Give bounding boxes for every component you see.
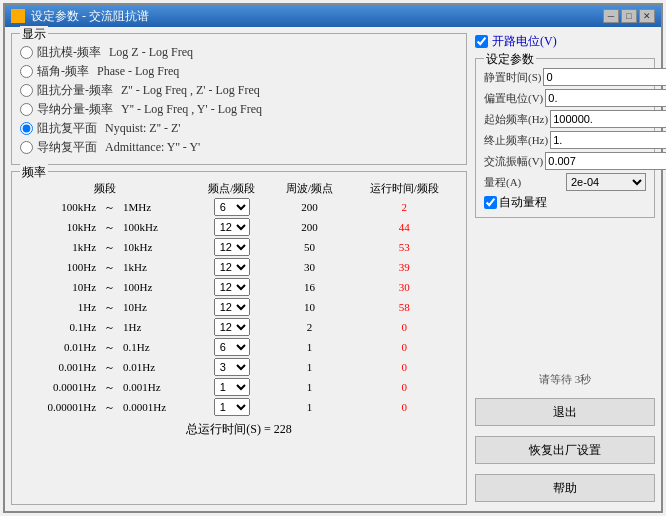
param-input-3[interactable] — [550, 110, 666, 128]
freq-pts-select-1[interactable]: 1234567891012 — [214, 198, 250, 216]
radio-desc-opt2: Phase - Log Freq — [97, 64, 179, 79]
col-pts: 频点/频段 — [193, 180, 271, 197]
exit-button[interactable]: 退出 — [475, 398, 655, 426]
param-row-1: 静置时间(S) — [484, 68, 646, 86]
open-circuit-row: 开路电位(V) — [475, 33, 655, 50]
right-panel: 开路电位(V) 设定参数 静置时间(S)偏置电位(V)起始频率(Hz)终止频率(… — [475, 33, 655, 505]
freq-from-1: 100kHz — [18, 197, 98, 217]
radio-label-opt1: 阻抗模-频率 — [37, 44, 101, 61]
freq-tilde-8: ～ — [98, 337, 121, 357]
freq-tbody: 100kHz～1MHz1234567891012200210kHz～100kHz… — [18, 197, 460, 417]
radio-desc-opt3: Z'' - Log Freq , Z' - Log Freq — [121, 83, 260, 98]
open-circuit-checkbox[interactable] — [475, 35, 488, 48]
freq-runtime-2: 44 — [349, 217, 460, 237]
param-label-5: 交流振幅(V) — [484, 154, 543, 169]
freq-row-10: 0.0001Hz～0.001Hz123456789101210 — [18, 377, 460, 397]
col-freq-range: 频段 — [18, 180, 193, 197]
titlebar-controls: ─ □ ✕ — [603, 9, 655, 23]
freq-pts-select-8[interactable]: 1234567891012 — [214, 338, 250, 356]
freq-row-2: 10kHz～100kHz123456789101220044 — [18, 217, 460, 237]
freq-pts-cell-5: 1234567891012 — [193, 277, 271, 297]
param-input-4[interactable] — [550, 131, 666, 149]
freq-runtime-10: 0 — [349, 377, 460, 397]
freq-row-6: 1Hz～10Hz12345678910121058 — [18, 297, 460, 317]
restore-button[interactable]: 恢复出厂设置 — [475, 436, 655, 464]
freq-runtime-3: 53 — [349, 237, 460, 257]
freq-runtime-1: 2 — [349, 197, 460, 217]
param-input-1[interactable] — [543, 68, 666, 86]
freq-pts-select-7[interactable]: 1234567891012 — [214, 318, 250, 336]
freq-cycles-3: 50 — [271, 237, 349, 257]
freq-pts-select-11[interactable]: 1234567891012 — [214, 398, 250, 416]
param-row-4: 终止频率(Hz) — [484, 131, 646, 149]
freq-row-4: 100Hz～1kHz12345678910123039 — [18, 257, 460, 277]
freq-pts-select-10[interactable]: 1234567891012 — [214, 378, 250, 396]
param-input-5[interactable] — [545, 152, 666, 170]
freq-row-11: 0.00001Hz～0.0001Hz123456789101210 — [18, 397, 460, 417]
param-input-2[interactable] — [545, 89, 666, 107]
freq-pts-cell-9: 1234567891012 — [193, 357, 271, 377]
window-icon — [11, 9, 25, 23]
freq-runtime-4: 39 — [349, 257, 460, 277]
radio-label-opt4: 导纳分量-频率 — [37, 101, 113, 118]
params-group-title: 设定参数 — [484, 51, 536, 68]
freq-from-9: 0.001Hz — [18, 357, 98, 377]
range-select[interactable]: 2e-042e-032e-022e-01 — [566, 173, 646, 191]
freq-tilde-9: ～ — [98, 357, 121, 377]
radio-label-opt3: 阻抗分量-频率 — [37, 82, 113, 99]
freq-tilde-2: ～ — [98, 217, 121, 237]
radio-label-opt6: 导纳复平面 — [37, 139, 97, 156]
freq-to-6: 10Hz — [121, 297, 193, 317]
freq-row-3: 1kHz～10kHz12345678910125053 — [18, 237, 460, 257]
minimize-button[interactable]: ─ — [603, 9, 619, 23]
col-cycles: 周波/频点 — [271, 180, 349, 197]
freq-row-5: 10Hz～100Hz12345678910121630 — [18, 277, 460, 297]
freq-from-2: 10kHz — [18, 217, 98, 237]
freq-to-1: 1MHz — [121, 197, 193, 217]
freq-pts-select-4[interactable]: 1234567891012 — [214, 258, 250, 276]
radio-row-3: 阻抗分量-频率Z'' - Log Freq , Z' - Log Freq — [20, 82, 458, 99]
close-button[interactable]: ✕ — [639, 9, 655, 23]
radio-desc-opt4: Y'' - Log Freq , Y' - Log Freq — [121, 102, 262, 117]
freq-cycles-2: 200 — [271, 217, 349, 237]
freq-pts-select-9[interactable]: 1234567891012 — [214, 358, 250, 376]
freq-cycles-8: 1 — [271, 337, 349, 357]
help-button[interactable]: 帮助 — [475, 474, 655, 502]
freq-tilde-4: ～ — [98, 257, 121, 277]
freq-pts-select-2[interactable]: 1234567891012 — [214, 218, 250, 236]
radio-row-5: 阻抗复平面Nyquist: Z'' - Z' — [20, 120, 458, 137]
freq-cycles-10: 1 — [271, 377, 349, 397]
auto-range-row: 自动量程 — [484, 194, 646, 211]
freq-pts-select-6[interactable]: 1234567891012 — [214, 298, 250, 316]
freq-group-title: 频率 — [20, 164, 48, 181]
wait-text: 请等待 3秒 — [475, 368, 655, 391]
freq-runtime-9: 0 — [349, 357, 460, 377]
param-label-3: 起始频率(Hz) — [484, 112, 548, 127]
radio-opt6[interactable] — [20, 141, 33, 154]
total-time: 总运行时间(S) = 228 — [18, 421, 460, 438]
freq-cycles-9: 1 — [271, 357, 349, 377]
freq-pts-cell-7: 1234567891012 — [193, 317, 271, 337]
freq-pts-select-5[interactable]: 1234567891012 — [214, 278, 250, 296]
auto-range-checkbox[interactable] — [484, 196, 497, 209]
params-group: 设定参数 静置时间(S)偏置电位(V)起始频率(Hz)终止频率(Hz)交流振幅(… — [475, 58, 655, 218]
main-window: 设定参数 - 交流阻抗谱 ─ □ ✕ 显示 阻抗模-频率Log Z - Log … — [3, 3, 663, 513]
param-label-2: 偏置电位(V) — [484, 91, 543, 106]
freq-row-1: 100kHz～1MHz12345678910122002 — [18, 197, 460, 217]
freq-to-10: 0.001Hz — [121, 377, 193, 397]
col-runtime: 运行时间/频段 — [349, 180, 460, 197]
freq-from-7: 0.1Hz — [18, 317, 98, 337]
freq-runtime-8: 0 — [349, 337, 460, 357]
freq-pts-cell-2: 1234567891012 — [193, 217, 271, 237]
freq-from-4: 100Hz — [18, 257, 98, 277]
radio-opt2[interactable] — [20, 65, 33, 78]
radio-opt4[interactable] — [20, 103, 33, 116]
freq-pts-select-3[interactable]: 1234567891012 — [214, 238, 250, 256]
freq-to-2: 100kHz — [121, 217, 193, 237]
freq-tilde-3: ～ — [98, 237, 121, 257]
radio-opt3[interactable] — [20, 84, 33, 97]
maximize-button[interactable]: □ — [621, 9, 637, 23]
freq-runtime-7: 0 — [349, 317, 460, 337]
radio-opt1[interactable] — [20, 46, 33, 59]
radio-opt5[interactable] — [20, 122, 33, 135]
